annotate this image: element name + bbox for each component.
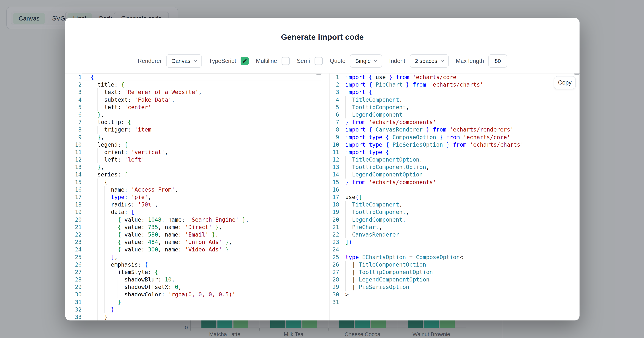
code-token: LegendComponent: [352, 216, 402, 223]
line-number: 17: [65, 193, 82, 201]
renderer-select[interactable]: Canvas: [166, 54, 202, 68]
indent-guide: [98, 179, 98, 186]
indent-guide: [98, 88, 98, 96]
code-token: [366, 119, 369, 125]
code-line: 9 },: [65, 134, 330, 141]
code-token: value:: [121, 224, 148, 230]
code-line: 11import type {: [330, 148, 580, 156]
code-token: {: [104, 179, 108, 185]
code-token: {: [118, 231, 121, 238]
code-line-content: },: [82, 163, 321, 171]
code-line-content: LegendComponentOption: [339, 171, 572, 178]
code-line-content: title: {: [82, 81, 321, 88]
typescript-checkbox[interactable]: ✔: [240, 57, 249, 65]
indent-guide: [104, 268, 104, 276]
code-line: 12 left: 'left': [65, 156, 330, 163]
indent-guide: [98, 268, 98, 276]
code-token: [436, 134, 440, 140]
multiline-checkbox[interactable]: ✔: [282, 57, 290, 65]
code-line: 27 itemStyle: {: [65, 268, 330, 276]
code-line: 28 shadowBlur: 10,: [65, 276, 330, 283]
indent-guide: [104, 193, 104, 201]
code-token: import: [345, 81, 366, 88]
code-token: }: [389, 74, 392, 80]
typescript-label: TypeScript: [209, 58, 236, 64]
line-number: 18: [65, 201, 82, 208]
indent-guide: [104, 186, 104, 193]
code-panels: 1{2 title: {3 text: 'Referer of a Websit…: [65, 73, 580, 320]
indent-guide: [345, 201, 346, 208]
code-token: 10: [165, 276, 172, 283]
indent-guide: [104, 291, 104, 298]
code-line: 29 | PieSeriesOption: [330, 283, 580, 291]
code-token: TitleComponentOption: [359, 261, 426, 268]
code-token: from: [352, 119, 366, 125]
copy-button[interactable]: Copy: [554, 76, 576, 89]
line-number: 22: [330, 231, 339, 238]
editor-scrollbar-thumb[interactable]: [574, 74, 580, 75]
indent-select[interactable]: 2 spaces: [410, 54, 449, 68]
code-token: [: [359, 194, 362, 200]
indent-guide: [98, 231, 98, 238]
indent-guide: [111, 298, 111, 306]
indent-guide: [111, 238, 111, 246]
multiline-option: Multiline ✔: [256, 57, 290, 65]
indent-guide: [345, 223, 346, 231]
code-line-content: import { CanvasRenderer } from 'echarts/…: [339, 126, 572, 133]
code-line-content: import type {: [339, 148, 572, 156]
indent-guide: [91, 193, 91, 201]
indent-guide: [345, 163, 346, 171]
indent-guide: [91, 306, 91, 313]
code-token: [366, 81, 369, 88]
code-line: 23]): [330, 238, 580, 246]
code-line-content: ],: [82, 253, 321, 261]
code-token: 'Direct': [185, 224, 212, 230]
code-line-content: left: 'center': [82, 104, 321, 111]
option-code-editor[interactable]: 1{2 title: {3 text: 'Referer of a Websit…: [65, 74, 330, 320]
line-number: 11: [330, 148, 339, 156]
code-token: LegendComponentOption: [352, 171, 422, 178]
code-token: ComposeOption: [416, 254, 460, 260]
code-line: 26 emphasis: {: [65, 261, 330, 268]
semi-option: Semi ✔: [297, 57, 323, 65]
generated-code-editor[interactable]: 1import { use } from 'echarts/core'2impo…: [330, 74, 580, 320]
code-token: ,: [399, 96, 402, 103]
indent-guide: [91, 171, 91, 178]
code-line-content: orient: 'vertical',: [82, 148, 321, 156]
max-length-input[interactable]: [488, 54, 507, 68]
code-line-content: | TitleComponentOption: [339, 261, 572, 268]
indent-guide: [98, 201, 98, 208]
code-token: }: [406, 81, 409, 88]
code-token: }: [98, 134, 101, 140]
code-token: {: [128, 119, 131, 125]
code-token: }: [242, 216, 246, 223]
code-token: TitleComponentOption: [352, 156, 419, 163]
line-number: 32: [65, 306, 82, 313]
code-line: 7} from 'echarts/components': [330, 118, 580, 126]
code-token: [345, 231, 352, 238]
code-token: |: [345, 261, 359, 268]
indent-guide: [98, 126, 98, 133]
code-line: 15 {: [65, 179, 330, 186]
line-number: 2: [330, 81, 339, 88]
code-token: use: [345, 194, 355, 200]
line-number: 31: [330, 298, 339, 306]
renderer-label: Renderer: [138, 58, 162, 64]
code-token: [372, 81, 376, 88]
indent-guide: [98, 223, 98, 231]
code-line: 18 TitleComponent,: [330, 201, 580, 208]
indent-guide: [98, 261, 98, 268]
quote-select-value: Single: [355, 58, 371, 64]
line-number: 23: [330, 238, 339, 246]
code-token: [91, 306, 111, 313]
indent-guide: [345, 104, 346, 111]
code-line-content: legend: {: [82, 141, 321, 148]
code-token: value:: [121, 216, 148, 223]
indent-guide: [91, 238, 91, 246]
code-token: import: [345, 149, 366, 155]
code-token: , name:: [158, 231, 185, 238]
semi-checkbox[interactable]: ✔: [314, 57, 323, 65]
code-token: ,: [165, 149, 168, 155]
code-token: {: [369, 74, 372, 80]
quote-select[interactable]: Single: [350, 54, 382, 68]
